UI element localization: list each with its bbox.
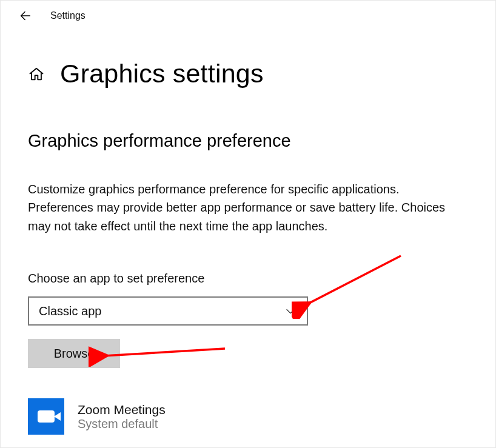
section-heading: Graphics performance preference <box>28 131 471 151</box>
app-name: Zoom Meetings <box>78 403 166 417</box>
arrow-left-icon <box>19 9 32 22</box>
app-subtitle: System default <box>78 417 166 431</box>
chevron-down-icon <box>284 304 297 318</box>
zoom-app-icon <box>28 398 64 435</box>
title-row: Graphics settings <box>28 59 471 89</box>
camera-icon <box>38 410 55 423</box>
app-type-dropdown[interactable]: Classic app <box>28 296 308 326</box>
dropdown-selected-value: Classic app <box>39 304 101 318</box>
topbar: Settings <box>1 1 495 28</box>
app-text: Zoom Meetings System default <box>78 403 166 431</box>
page-title: Graphics settings <box>60 59 264 89</box>
main-content: Graphics settings Graphics performance p… <box>1 28 495 435</box>
browse-button[interactable]: Browse <box>28 339 120 368</box>
choose-app-label: Choose an app to set preference <box>28 272 471 286</box>
home-icon[interactable] <box>28 65 45 82</box>
back-button[interactable] <box>19 9 32 22</box>
topbar-title: Settings <box>50 10 85 21</box>
app-list-item[interactable]: Zoom Meetings System default <box>28 398 471 435</box>
section-description: Customize graphics performance preferenc… <box>28 180 464 235</box>
